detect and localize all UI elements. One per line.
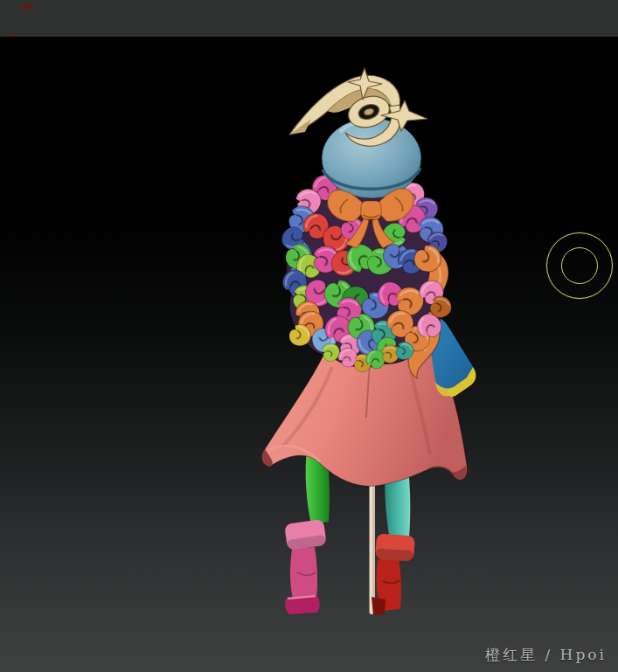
head-dome [322, 118, 421, 198]
right-boot [371, 534, 415, 614]
zbrush-window: 橙红星 / Hpoi [0, 0, 618, 672]
left-boot [284, 519, 327, 614]
character-model [0, 37, 618, 672]
watermark-text: 橙红星 / Hpoi [485, 645, 607, 665]
document-canvas[interactable]: 橙红星 / Hpoi [0, 37, 618, 672]
interface-top-strip [0, 0, 618, 37]
red-annotation-mark [20, 3, 35, 10]
